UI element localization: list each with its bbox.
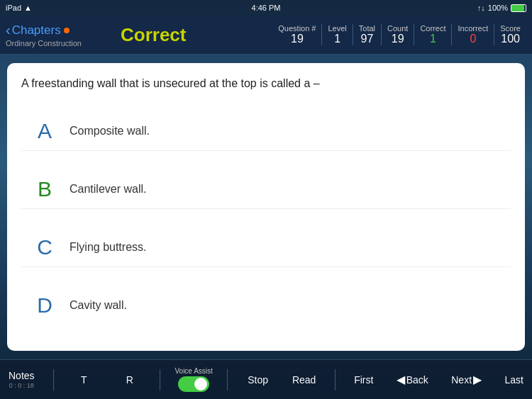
stat-col-count: Count19	[381, 24, 414, 45]
stop-button[interactable]: Stop	[243, 360, 274, 399]
t-label: T	[81, 374, 87, 386]
next-chevron-icon: ▶	[473, 373, 482, 386]
signal-icon: ↑↓	[477, 4, 485, 12]
orange-dot	[64, 28, 70, 33]
last-button[interactable]: Last	[500, 371, 527, 388]
answer-item-d[interactable]: DCavity wall.	[21, 286, 511, 325]
answer-item-a[interactable]: AComposite wall.	[21, 112, 511, 151]
stat-label: Total	[359, 24, 375, 33]
voice-assist-group: Voice Assist	[174, 367, 212, 392]
notes-label: Notes	[9, 370, 35, 381]
answer-text-a: Composite wall.	[70, 125, 150, 137]
toggle-knob	[194, 378, 207, 390]
stat-label: Score	[500, 24, 521, 33]
answer-text-c: Flying buttress.	[70, 241, 146, 254]
next-button[interactable]: Next ▶	[447, 370, 486, 389]
chapters-label: Chapters	[12, 23, 61, 38]
bottom-toolbar: Notes 0 : 0 : 18 T R Voice Assist Stop R…	[0, 359, 532, 399]
t-button[interactable]: T	[68, 360, 99, 399]
question-card: A freestanding wall that is unsecured at…	[7, 63, 525, 351]
stat-value: 1	[334, 33, 340, 45]
divider-2	[160, 369, 160, 390]
back-button[interactable]: ◀ Back	[392, 370, 433, 389]
answer-text-b: Cantilever wall.	[70, 183, 146, 196]
next-label: Next	[451, 374, 472, 386]
divider-1	[53, 369, 54, 390]
answer-letter-a: A	[27, 119, 62, 143]
notes-button[interactable]: Notes 0 : 0 : 18	[4, 360, 39, 399]
back-chevron-icon: ◀	[397, 373, 405, 386]
stat-value: 19	[291, 33, 304, 45]
answer-text-d: Cavity wall.	[70, 299, 127, 312]
stat-value: 0	[470, 33, 476, 45]
battery-label: 100%	[488, 4, 508, 12]
wifi-icon: ▲	[24, 4, 32, 12]
device-label: iPad	[6, 4, 21, 12]
status-left: iPad ▲	[6, 4, 32, 12]
back-label: Back	[406, 374, 428, 386]
subtitle-label: Ordinary Construction	[6, 39, 113, 47]
main-area: A freestanding wall that is unsecured at…	[0, 55, 532, 359]
stat-label: Count	[387, 24, 408, 33]
answer-letter-d: D	[27, 293, 62, 317]
status-time: 4:46 PM	[252, 4, 281, 12]
last-label: Last	[504, 374, 523, 386]
read-button[interactable]: Read	[288, 360, 320, 399]
back-chevron-icon: ‹	[6, 22, 11, 38]
divider-4	[335, 369, 336, 390]
stat-col-score: Score100	[494, 24, 526, 45]
r-button[interactable]: R	[114, 360, 145, 399]
answer-letter-c: C	[27, 235, 62, 259]
stat-label: Question #	[278, 24, 316, 33]
r-label: R	[126, 374, 133, 386]
battery-icon	[511, 4, 526, 12]
header-center: Correct	[113, 24, 193, 46]
voice-assist-toggle[interactable]	[178, 376, 209, 392]
answer-item-c[interactable]: CFlying buttress.	[21, 228, 511, 267]
stat-value: 19	[392, 33, 404, 45]
stat-label: Correct	[420, 24, 445, 33]
header-bar: ‹ Chapters Ordinary Construction Correct…	[0, 16, 532, 55]
voice-assist-label: Voice Assist	[174, 367, 212, 375]
notes-time: 0 : 0 : 18	[9, 382, 34, 389]
header-stats: Question #19Level1Total97Count19Correct1…	[193, 24, 532, 45]
stat-col-incorrect: Incorrect0	[451, 24, 494, 45]
result-label: Correct	[121, 24, 186, 46]
back-nav[interactable]: ‹ Chapters	[6, 22, 113, 38]
stat-col-question-: Question #19	[272, 24, 321, 45]
stats-table: Question #19Level1Total97Count19Correct1…	[272, 24, 526, 45]
first-label: First	[354, 374, 373, 386]
status-bar: iPad ▲ 4:46 PM ↑↓ 100%	[0, 0, 532, 16]
divider-3	[227, 369, 228, 390]
status-right: ↑↓ 100%	[477, 4, 526, 12]
answers-list: AComposite wall.BCantilever wall.CFlying…	[21, 99, 511, 338]
stat-value: 97	[361, 33, 374, 45]
stat-value: 100	[501, 33, 520, 45]
stat-col-level: Level1	[321, 24, 352, 45]
header-left: ‹ Chapters Ordinary Construction	[0, 22, 113, 47]
stat-value: 1	[430, 33, 436, 45]
answer-letter-b: B	[27, 177, 62, 201]
stat-col-correct: Correct1	[414, 24, 451, 45]
first-button[interactable]: First	[350, 371, 377, 388]
stat-col-total: Total97	[353, 24, 381, 45]
stop-label: Stop	[248, 374, 268, 386]
stat-label: Incorrect	[458, 24, 488, 33]
read-label: Read	[292, 374, 316, 386]
question-text: A freestanding wall that is unsecured at…	[21, 76, 511, 91]
answer-item-b[interactable]: BCantilever wall.	[21, 170, 511, 209]
stat-label: Level	[328, 24, 346, 33]
